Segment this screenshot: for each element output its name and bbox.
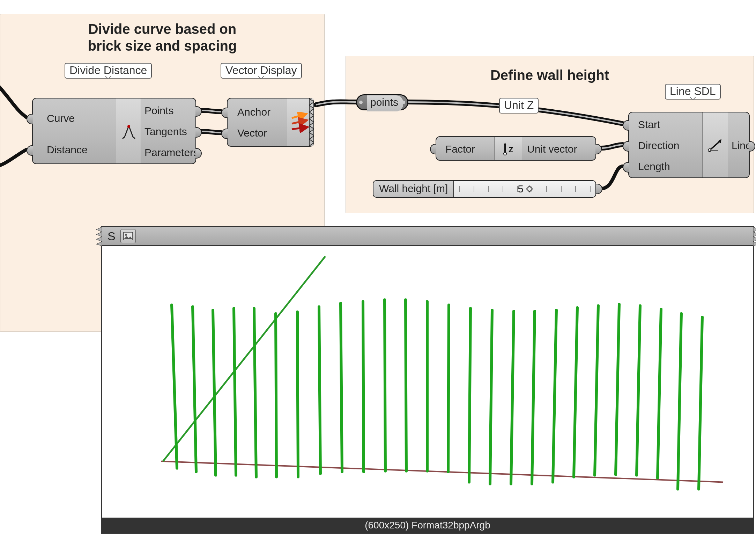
port-tangents: Tangents: [144, 126, 187, 138]
svg-line-37: [658, 309, 661, 478]
viewport-header[interactable]: S: [102, 227, 753, 246]
port-direction: Direction: [638, 140, 679, 152]
port-curve: Curve: [47, 112, 75, 124]
grip-line-out[interactable]: [749, 141, 755, 152]
svg-line-1: [292, 114, 306, 118]
svg-line-36: [637, 306, 640, 475]
svg-line-35: [616, 304, 619, 474]
svg-line-25: [406, 300, 406, 471]
image-icon-button[interactable]: [120, 229, 136, 243]
group-divide-title-line2: brick size and spacing: [7, 37, 317, 54]
viewport-drawing: [102, 246, 753, 518]
group-divide-title: Divide curve based on brick size and spa…: [0, 14, 324, 61]
tag-unit-z: Unit Z: [499, 98, 539, 114]
svg-line-39: [699, 317, 702, 489]
port-points: Points: [144, 105, 173, 117]
svg-line-29: [490, 310, 492, 484]
svg-line-3: [292, 127, 308, 129]
port-line-out: Line: [732, 140, 751, 152]
svg-point-11: [125, 234, 127, 236]
svg-line-30: [511, 311, 514, 484]
component-divide-distance[interactable]: Curve Distance Points Tangents Parameter…: [32, 98, 196, 164]
svg-line-27: [448, 305, 449, 472]
component-unit-z-strip: Z: [494, 137, 522, 160]
viewport-header-char: S: [108, 229, 116, 243]
svg-line-18: [254, 308, 256, 477]
viewport-footer-text: (600x250) Format32bppArgb: [365, 520, 490, 531]
svg-line-31: [532, 311, 535, 484]
slider-ticks: [454, 181, 595, 197]
zigzag-edge: [309, 98, 314, 146]
slider-value: 5: [518, 183, 524, 195]
relay-points-label: points: [367, 95, 403, 111]
svg-line-22: [341, 303, 342, 472]
svg-line-20: [297, 312, 298, 477]
svg-point-0: [127, 125, 130, 128]
svg-line-12: [161, 461, 723, 482]
svg-line-28: [469, 308, 470, 482]
relay-out[interactable]: [402, 101, 405, 104]
viewport-window[interactable]: S: [101, 226, 754, 534]
svg-line-32: [553, 310, 556, 482]
port-parameters: Parameters: [144, 147, 199, 159]
component-divide-distance-strip: [116, 98, 141, 163]
tag-line-sdl: Line SDL: [665, 84, 721, 100]
relay-in[interactable]: [359, 101, 363, 104]
svg-line-19: [276, 314, 276, 477]
port-unit-vector: Unit vector: [527, 143, 577, 155]
svg-point-5: [504, 152, 506, 155]
component-line-sdl[interactable]: Start Direction Length Line: [628, 112, 750, 178]
svg-line-13: [163, 256, 325, 461]
svg-line-38: [678, 314, 681, 489]
viewport-body: [102, 246, 753, 518]
component-vector-display[interactable]: Anchor Vector: [227, 98, 314, 147]
slider-track[interactable]: 5: [454, 181, 595, 197]
svg-line-24: [385, 300, 385, 471]
component-line-sdl-strip: [702, 112, 728, 177]
svg-line-34: [595, 306, 598, 475]
port-distance: Distance: [47, 144, 88, 156]
svg-text:Z: Z: [509, 145, 513, 154]
tag-vector-display: Vector Display: [221, 63, 302, 79]
component-unit-z[interactable]: Z Factor Unit vector: [436, 136, 596, 161]
port-length: Length: [638, 161, 670, 173]
svg-line-23: [363, 301, 364, 471]
port-start: Start: [638, 119, 660, 131]
unit-z-icon: Z: [501, 142, 517, 156]
line-sdl-icon: [707, 138, 724, 152]
svg-line-2: [292, 120, 307, 124]
port-anchor: Anchor: [237, 106, 270, 118]
svg-line-17: [234, 308, 236, 475]
viewport-footer: (600x250) Format32bppArgb: [102, 518, 753, 533]
viewport-zig-left: [96, 227, 102, 245]
svg-line-7: [710, 141, 720, 150]
relay-points[interactable]: points: [356, 94, 408, 110]
svg-line-16: [213, 310, 216, 475]
slider-wall-height[interactable]: Wall height [m] 5: [373, 180, 596, 198]
compass-icon: [121, 124, 136, 139]
port-factor: Factor: [445, 143, 475, 155]
tag-divide-distance: Divide Distance: [65, 63, 152, 79]
svg-line-21: [319, 307, 320, 474]
svg-line-14: [172, 305, 177, 468]
svg-line-33: [574, 308, 577, 477]
viewport-zig-right: [753, 227, 756, 245]
svg-line-15: [193, 307, 196, 472]
group-divide-title-line1: Divide curve based on: [7, 21, 317, 37]
image-icon: [123, 232, 133, 240]
port-vector: Vector: [237, 127, 267, 139]
slider-wall-height-label: Wall height [m]: [373, 181, 454, 197]
